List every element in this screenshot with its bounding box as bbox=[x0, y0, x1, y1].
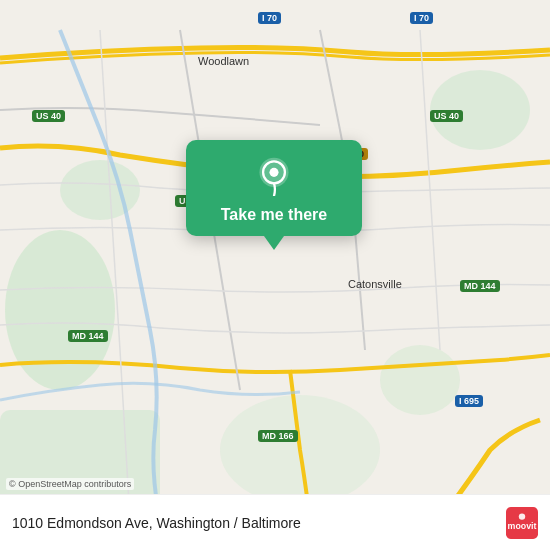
highway-badge-md144-left: MD 144 bbox=[68, 330, 108, 342]
take-me-there-button[interactable]: Take me there bbox=[221, 204, 327, 226]
moovit-icon: moovit bbox=[506, 507, 538, 539]
popup-card: Take me there bbox=[186, 140, 362, 236]
svg-text:moovit: moovit bbox=[508, 520, 537, 530]
svg-point-2 bbox=[60, 160, 140, 220]
location-pin-icon bbox=[254, 156, 294, 196]
svg-point-8 bbox=[269, 168, 278, 177]
address-text: 1010 Edmondson Ave, Washington / Baltimo… bbox=[12, 515, 301, 531]
highway-badge-i70-right: I 70 bbox=[410, 12, 433, 24]
highway-badge-us40-right: US 40 bbox=[430, 110, 463, 122]
svg-point-0 bbox=[5, 230, 115, 390]
svg-point-3 bbox=[380, 345, 460, 415]
map-container: Woodlawn Catonsville I 70 I 70 US 40 US … bbox=[0, 0, 550, 550]
highway-badge-md166: MD 166 bbox=[258, 430, 298, 442]
svg-point-11 bbox=[519, 513, 525, 519]
bottom-bar: 1010 Edmondson Ave, Washington / Baltimo… bbox=[0, 494, 550, 550]
highway-badge-us40-left: US 40 bbox=[32, 110, 65, 122]
highway-badge-i70-left: I 70 bbox=[258, 12, 281, 24]
osm-attribution: © OpenStreetMap contributors bbox=[6, 478, 134, 490]
map-roads bbox=[0, 0, 550, 550]
moovit-logo: moovit bbox=[506, 507, 538, 539]
highway-badge-i695: I 695 bbox=[455, 395, 483, 407]
highway-badge-md144-right: MD 144 bbox=[460, 280, 500, 292]
